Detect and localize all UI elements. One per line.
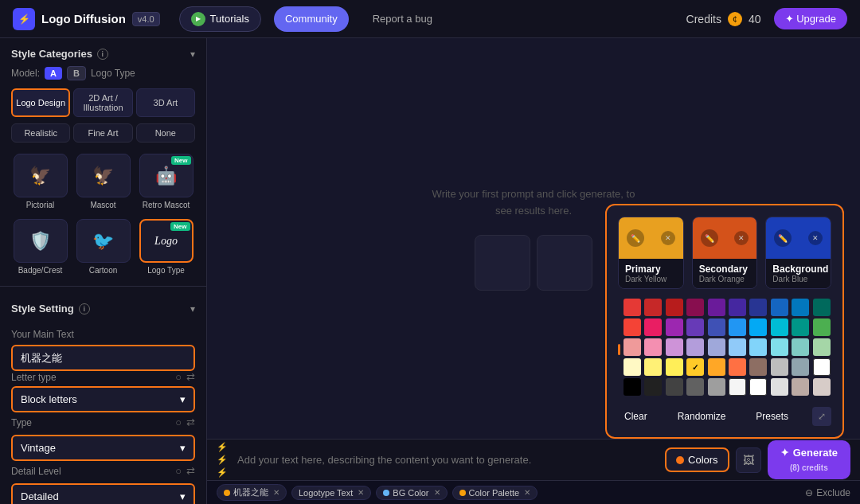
color-cell[interactable] [792, 378, 809, 396]
letter-type-dropdown[interactable]: Block letters ▾ [11, 386, 195, 412]
presets-button[interactable]: Presets [749, 408, 795, 425]
community-button[interactable]: Community [274, 6, 349, 32]
detail-circle-icon[interactable]: ○ [175, 465, 182, 477]
color-cell[interactable] [749, 299, 767, 316]
color-cell[interactable] [624, 318, 641, 336]
color-cell[interactable] [792, 299, 809, 316]
category-2d-art[interactable]: 2D Art / Illustration [73, 88, 132, 117]
style-pictorial[interactable]: 🦅 Pictorial [11, 154, 69, 209]
color-cell[interactable] [624, 338, 641, 356]
chevron-icon[interactable]: ▾ [190, 49, 195, 60]
style-logo-type[interactable]: Logo New Logo Type [137, 219, 195, 275]
swatch-background-edit[interactable]: ✏️ [774, 229, 792, 247]
color-cell[interactable] [792, 358, 809, 376]
style-badge-crest[interactable]: 🛡️ Badge/Crest [11, 219, 69, 275]
swatch-primary-edit[interactable]: ✏️ [627, 229, 644, 247]
color-cell[interactable] [644, 378, 662, 396]
upgrade-button[interactable]: ✦ Upgrade [774, 8, 847, 29]
model-b-badge[interactable]: B [67, 66, 86, 80]
color-cell[interactable] [686, 318, 704, 336]
color-cell[interactable] [708, 338, 725, 356]
color-cell[interactable] [813, 299, 831, 316]
color-cell[interactable] [749, 318, 767, 336]
style-cartoon[interactable]: 🐦 Cartoon [74, 219, 132, 275]
color-cell[interactable] [708, 299, 725, 316]
color-cell[interactable] [624, 378, 641, 396]
color-cell[interactable] [749, 378, 767, 396]
tag-main-text[interactable]: 机器之能 ✕ [217, 484, 287, 501]
swatch-secondary-close[interactable]: ✕ [734, 231, 749, 245]
color-cell[interactable] [729, 299, 746, 316]
color-cell[interactable] [708, 318, 725, 336]
color-cell[interactable] [813, 378, 831, 396]
swatch-background[interactable]: ✏️ ✕ Background Dark Blue [765, 217, 831, 289]
color-cell[interactable] [708, 378, 725, 396]
color-cell[interactable] [771, 358, 788, 376]
circle-icon[interactable]: ○ [175, 371, 182, 383]
bug-button[interactable]: Report a bug [362, 6, 444, 32]
color-cell[interactable] [792, 318, 809, 336]
style-retro-mascot[interactable]: 🤖 New Retro Mascot [137, 154, 195, 209]
tag-logotype[interactable]: Logotype Text ✕ [291, 486, 371, 500]
style-setting-chevron[interactable]: ▾ [190, 303, 195, 315]
color-cell[interactable] [771, 378, 788, 396]
type-circle-icon[interactable]: ○ [175, 416, 182, 428]
color-cell-selected[interactable] [686, 358, 704, 376]
category-none[interactable]: None [136, 123, 195, 143]
color-cell[interactable] [644, 299, 662, 316]
color-cell[interactable] [729, 318, 746, 336]
color-cell[interactable] [666, 318, 683, 336]
color-cell[interactable] [729, 358, 746, 376]
randomize-button[interactable]: Randomize [671, 408, 733, 425]
color-cell[interactable] [624, 299, 641, 316]
model-a-badge[interactable]: A [45, 67, 62, 80]
color-cell[interactable] [708, 358, 725, 376]
tag-bg-close[interactable]: ✕ [434, 488, 440, 497]
style-mascot[interactable]: 🦅 Mascot [74, 154, 132, 209]
style-info-icon[interactable]: i [79, 303, 90, 315]
category-realistic[interactable]: Realistic [11, 123, 70, 143]
shuffle-icon[interactable]: ⇄ [186, 371, 195, 383]
color-cell[interactable] [644, 358, 662, 376]
image-upload-button[interactable]: 🖼 [736, 447, 761, 473]
color-cell[interactable] [666, 338, 683, 356]
color-cell[interactable] [666, 378, 683, 396]
swatch-secondary-edit[interactable]: ✏️ [701, 229, 718, 247]
color-cell[interactable] [644, 338, 662, 356]
swatch-secondary[interactable]: ✏️ ✕ Secondary Dark Orange [692, 217, 758, 289]
main-text-input[interactable] [11, 345, 195, 371]
tag-bg-color[interactable]: BG Color ✕ [376, 486, 447, 500]
color-cell[interactable] [666, 299, 683, 316]
swatch-primary-close[interactable]: ✕ [661, 231, 675, 245]
version-badge[interactable]: v4.0 [132, 12, 160, 26]
prompt-input[interactable] [237, 454, 659, 466]
color-cell[interactable] [771, 318, 788, 336]
color-cell[interactable] [666, 358, 683, 376]
color-cell[interactable] [771, 299, 788, 316]
tutorials-button[interactable]: ▶ Tutorials [179, 6, 261, 32]
swatch-primary[interactable]: ✏️ ✕ Primary Dark Yellow [618, 217, 684, 289]
color-cell[interactable] [792, 338, 809, 356]
color-cell[interactable] [686, 299, 704, 316]
color-cell[interactable] [729, 378, 746, 396]
color-cell[interactable] [813, 338, 831, 356]
tag-color-palette[interactable]: Color Palette ✕ [452, 486, 538, 500]
colors-button[interactable]: Colors [665, 447, 729, 472]
tag-palette-close[interactable]: ✕ [524, 488, 530, 497]
detail-level-dropdown[interactable]: Detailed ▾ [11, 483, 195, 504]
generate-button[interactable]: ✦ Generate (8) credits [768, 440, 850, 480]
color-cell[interactable] [644, 318, 662, 336]
swatch-background-close[interactable]: ✕ [808, 231, 823, 245]
color-cell[interactable] [771, 338, 788, 356]
info-icon[interactable]: i [97, 49, 108, 60]
tag-logotype-close[interactable]: ✕ [358, 488, 364, 497]
color-cell[interactable] [813, 358, 831, 376]
color-cell[interactable] [686, 378, 704, 396]
expand-icon[interactable]: ⤢ [812, 407, 831, 426]
category-fine-art[interactable]: Fine Art [73, 123, 132, 143]
category-logo-design[interactable]: Logo Design [11, 88, 70, 117]
detail-shuffle-icon[interactable]: ⇄ [186, 465, 195, 477]
exclude-button[interactable]: ⊖ Exclude [805, 487, 850, 498]
type-shuffle-icon[interactable]: ⇄ [186, 416, 195, 428]
color-cell[interactable] [729, 338, 746, 356]
